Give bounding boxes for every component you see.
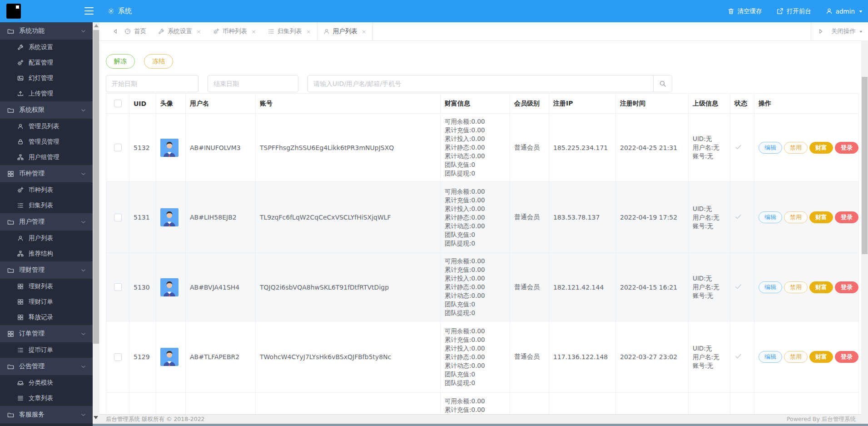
caret-down-icon [858,9,863,14]
login-button[interactable]: 登录 [835,211,858,223]
avatar[interactable] [160,139,179,157]
main-scrollbar-thumb[interactable] [862,77,868,254]
search-input[interactable] [308,75,672,92]
sidebar-group-system-functions[interactable]: 系统功能 [0,22,93,40]
member-level: 普通会员 [514,213,540,221]
sidebar-group-user-management[interactable]: 用户管理 [0,213,93,231]
scroll-up-arrow-icon[interactable] [94,24,99,27]
tab-home[interactable]: 首页 [119,22,152,40]
check-icon [734,213,742,221]
sidebar-group-announcement-management[interactable]: 公告管理 [0,358,93,375]
edit-button[interactable]: 编辑 [759,281,782,293]
main-scrollbar[interactable] [861,40,868,424]
sidebar-item-finance-orders[interactable]: 理财订单 [0,294,93,310]
edit-button[interactable]: 编辑 [759,351,782,363]
avatar[interactable] [160,208,179,226]
col-actions: 操作 [754,94,859,114]
edit-button[interactable]: 编辑 [759,211,782,223]
wealth-button[interactable]: 财富 [809,142,833,154]
sidebar-group-system-permissions[interactable]: 系统权限 [0,101,93,119]
login-button[interactable]: 登录 [835,281,858,293]
avatar[interactable] [160,348,179,366]
wealth-info: 可用余额:0.00累计充值:0.00累计投入:0.00累计静态:0.00累计动态… [441,114,510,182]
close-operations-dropdown[interactable]: 关闭操作 [831,27,863,35]
end-date-input[interactable] [208,75,298,92]
tab-system-settings[interactable]: 系统设置 × [152,22,207,40]
register-ip: 117.136.122.148 [553,353,608,361]
col-account: 账号 [256,94,441,114]
sidebar-item-upload-management[interactable]: 上传管理 [0,86,93,101]
close-tab-icon[interactable]: × [362,28,367,35]
close-tab-icon[interactable]: × [306,28,311,35]
chevron-down-icon [80,171,86,177]
sidebar-item-category-module[interactable]: 分类模块 [0,375,93,391]
login-button[interactable]: 登录 [835,351,858,363]
clear-cache-button[interactable]: 清空缓存 [728,7,762,15]
breadcrumb-system: 系统 [108,0,132,22]
disable-button[interactable]: 禁用 [784,351,808,363]
sidebar-item-coin-list[interactable]: 币种列表 [0,182,93,198]
close-tab-icon[interactable]: × [251,28,256,35]
sidebar-group-order-management[interactable]: 订单管理 [0,325,93,342]
tab-coin-list[interactable]: 币种列表 × [207,22,262,40]
grid-icon [7,170,14,177]
login-button[interactable]: 登录 [835,142,858,154]
sidebar-scrollbar-thumb[interactable] [93,30,99,344]
scroll-down-arrow-icon[interactable] [94,416,98,419]
sidebar-item-user-list[interactable]: 用户列表 [0,231,93,246]
col-wealth: 财富信息 [441,94,510,114]
sidebar-item-finance-list[interactable]: 理财列表 [0,279,93,294]
sidebar-item-release-records[interactable]: 释放记录 [0,310,93,325]
disable-button[interactable]: 禁用 [784,211,808,223]
sidebar-item-admin-management[interactable]: 管理员管理 [0,134,93,150]
select-all-checkbox[interactable] [114,100,122,107]
triangle-right-icon[interactable] [818,28,824,35]
sidebar-item-referral-structure[interactable]: 推荐结构 [0,246,93,261]
upload-icon [17,90,24,97]
admin-user-menu[interactable]: admin [826,8,863,15]
sidebar-group-coin-management[interactable]: 币种管理 [0,165,93,182]
tabs-scroll-left-button[interactable] [112,28,119,35]
row-checkbox[interactable] [114,214,122,221]
sidebar-item-collection-list[interactable]: 归集列表 [0,198,93,213]
sidebar-item-config-management[interactable]: 配置管理 [0,55,93,70]
row-checkbox[interactable] [114,283,122,291]
avatar[interactable] [160,278,179,296]
sidebar-item-admin-list[interactable]: 管理员列表 [0,119,93,134]
bottom-horizontal-scrollbar[interactable] [93,424,868,426]
row-checkbox[interactable] [114,353,122,361]
sidebar-item-slide-management[interactable]: 幻灯管理 [0,70,93,86]
sidebar-scrollbar[interactable] [93,22,99,424]
start-date-input[interactable] [106,75,198,92]
sidebar-item-user-group-management[interactable]: 用户组管理 [0,150,93,165]
col-register-ip: 注册IP [549,94,616,114]
edit-button[interactable]: 编辑 [759,142,782,154]
sidebar-group-customer-service[interactable]: 客服服务 [0,406,93,423]
member-level: 普通会员 [514,353,540,360]
sidebar-toggle-button[interactable] [84,7,94,15]
sidebar-item-system-settings[interactable]: 系统设置 [0,40,93,55]
close-tab-icon[interactable]: × [196,28,201,35]
parent-info: UID:无用户名:无账号:无 [689,321,730,393]
freeze-button[interactable]: 冻结 [144,54,173,69]
wealth-button[interactable]: 财富 [809,281,833,293]
sidebar-item-article-list[interactable]: 文章列表 [0,391,93,406]
tab-user-list[interactable]: 用户列表 × [317,22,373,40]
tab-collection-list[interactable]: 归集列表 × [262,22,317,40]
folder-icon [7,107,14,114]
grid-icon [17,299,24,305]
brand-logo[interactable] [6,4,21,19]
top-header-bar: 系统 清空缓存 打开前台 admin [0,0,868,22]
search-button[interactable] [653,75,672,92]
table-row: 5131 AB#LIH58EJB2 TL9zqFc6fLqW2CqCeCxVSC… [106,182,859,253]
unfreeze-button[interactable]: 解冻 [106,54,135,69]
wealth-button[interactable]: 财富 [809,351,833,363]
sidebar-item-withdrawal-orders[interactable]: 提币订单 [0,342,93,358]
open-frontend-button[interactable]: 打开前台 [777,7,811,15]
row-checkbox[interactable] [114,144,122,151]
sitemap-icon [17,154,24,160]
disable-button[interactable]: 禁用 [784,142,808,154]
sidebar-group-finance-management[interactable]: 理财管理 [0,261,93,279]
wealth-button[interactable]: 财富 [809,211,833,223]
disable-button[interactable]: 禁用 [784,281,808,293]
